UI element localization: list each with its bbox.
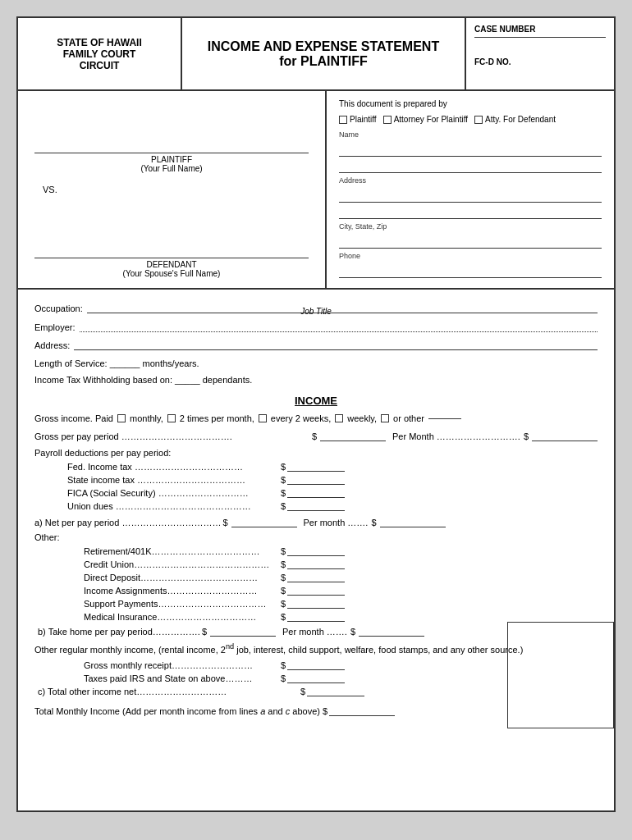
per-month-field-1 <box>532 430 598 441</box>
direct-deposit-field <box>287 572 345 582</box>
state-income-tax-row: State income tax ……………………………… $ <box>67 474 598 485</box>
name-field-label: Name <box>339 130 602 139</box>
per-month-take-label: Per month ……. <box>282 627 347 637</box>
medical-insurance-field <box>287 611 345 622</box>
doc-main-title: INCOME AND EXPENSE STATEMENT <box>208 39 439 54</box>
income-section-title: INCOME <box>34 395 598 407</box>
party-left-column: PLAINTIFF (Your Full Name) VS. DEFENDANT… <box>18 91 327 288</box>
phone-field-line <box>339 265 602 278</box>
dollar-net: $ <box>222 518 227 527</box>
dollar-take-month: $ <box>350 627 355 637</box>
total-monthly-field <box>329 705 395 716</box>
monthly-checkbox <box>117 414 126 422</box>
other-checkbox <box>381 414 389 422</box>
take-home-month-field <box>359 625 424 637</box>
per-month-label-1: Per Month ………………………. <box>392 431 520 441</box>
fed-income-tax-label: Fed. Income tax ……………………………… <box>67 462 281 472</box>
gross-income-check-row: Gross income. Paid monthly, 2 times per … <box>34 413 598 423</box>
occupation-line <box>87 302 598 313</box>
per-month-net-label: Per month ……. <box>304 518 369 527</box>
medical-insurance-label: Medical Insurance…………………………… <box>84 612 281 622</box>
header-doc-title: INCOME AND EXPENSE STATEMENT for PLAINTI… <box>182 18 466 89</box>
checkbox-attorney-plaintiff-box <box>383 116 392 124</box>
payroll-deductions-label: Payroll deductions per pay period: <box>34 448 598 458</box>
net-per-pay-field <box>231 516 297 527</box>
address-field-line2 <box>339 206 602 219</box>
checkbox-plaintiff-box <box>339 116 347 124</box>
plaintiff-name-line <box>34 140 309 153</box>
other-items-block: Retirement/401K……………………………… $ Credit Uni… <box>84 546 598 622</box>
state-income-tax-label: State income tax ……………………………… <box>67 475 281 485</box>
name-field-line <box>339 144 602 157</box>
address-field-label: Address <box>339 176 602 185</box>
support-payments-field <box>287 598 345 609</box>
retirement-field <box>287 546 345 556</box>
doc-sub-title: for PLAINTIFF <box>279 54 368 69</box>
income-assignments-label: Income Assignments………………………… <box>84 586 281 596</box>
2x-month-checkbox <box>167 414 176 422</box>
dollar-take-home: $ <box>202 627 207 637</box>
dependants-blank: _____ <box>175 375 200 385</box>
state-income-tax-field <box>287 474 345 485</box>
checkbox-plaintiff-label: Plaintiff <box>350 115 377 124</box>
union-dues-row: Union dues ……………………………………… $ <box>67 500 598 511</box>
checkbox-atty-defendant-label: Atty. For Defendant <box>485 115 556 124</box>
fed-income-tax-field <box>287 461 345 472</box>
tax-withholding-row: Income Tax Withholding based on: _____ d… <box>34 375 598 385</box>
gross-per-pay-field <box>320 430 386 441</box>
2x-month-label: 2 times per month, <box>180 413 254 423</box>
dollar-retirement: $ <box>281 546 286 556</box>
dependants-label: dependants. <box>203 375 253 385</box>
circuit-title: CIRCUIT <box>80 60 120 71</box>
union-dues-field <box>287 500 345 511</box>
dollar-sign-1: $ <box>312 431 317 441</box>
gross-income-label: Gross income. Paid <box>34 413 113 423</box>
other-label: or other <box>393 413 424 423</box>
header-row: STATE OF HAWAII FAMILY COURT CIRCUIT INC… <box>18 18 614 91</box>
total-other-field <box>307 686 364 696</box>
state-title: STATE OF HAWAII <box>57 37 142 48</box>
checkbox-atty-defendant: Atty. For Defendant <box>474 115 556 124</box>
credit-union-label: Credit Union……………………………………… <box>84 559 281 569</box>
bottom-right-box <box>507 622 614 728</box>
fica-label: FICA (Social Security) ………………………… <box>67 488 281 498</box>
credit-union-field <box>287 559 345 569</box>
fica-row: FICA (Social Security) ………………………… $ <box>67 487 598 498</box>
dollar-income-assign: $ <box>281 586 286 596</box>
employer-label: Employer: <box>34 322 76 332</box>
checkbox-attorney-plaintiff-label: Attorney For Plaintiff <box>394 115 468 124</box>
retirement-label: Retirement/401K……………………………… <box>84 546 281 556</box>
direct-deposit-label: Direct Deposit………………………………… <box>84 573 281 582</box>
gross-monthly-label: Gross monthly receipt……………………… <box>84 660 281 670</box>
case-number-label: CASE NUMBER <box>474 25 606 38</box>
vs-label: VS. <box>43 185 57 194</box>
tax-withholding-label: Income Tax Withholding based on: <box>34 375 172 385</box>
taxes-paid-label: Taxes paid IRS and State on above……… <box>84 673 281 683</box>
direct-deposit-row: Direct Deposit………………………………… $ <box>84 572 598 582</box>
checkbox-atty-defendant-box <box>474 116 483 124</box>
income-assignments-row: Income Assignments………………………… $ <box>84 585 598 596</box>
dollar-fica: $ <box>281 488 286 498</box>
dollar-support: $ <box>281 599 286 609</box>
phone-field-label: Phone <box>339 252 602 260</box>
length-of-service-row: Length of Service: ______ months/years. <box>34 358 598 368</box>
dollar-state: $ <box>281 475 286 485</box>
dollar-direct: $ <box>281 573 286 582</box>
dollar-total-other: $ <box>300 687 305 696</box>
party-section: PLAINTIFF (Your Full Name) VS. DEFENDANT… <box>18 91 614 290</box>
net-per-pay-label: a) Net per pay period …………………………… <box>34 518 221 527</box>
address-line <box>74 339 598 350</box>
income-assignments-field <box>287 585 345 596</box>
dollar-credit: $ <box>281 559 286 569</box>
plaintiff-label: PLAINTIFF (Your Full Name) <box>34 155 309 173</box>
document-page: STATE OF HAWAII FAMILY COURT CIRCUIT INC… <box>16 16 616 812</box>
total-monthly-label: Total Monthly Income (Add per month inco… <box>34 706 327 716</box>
dollar-net-month: $ <box>371 518 376 527</box>
city-state-zip-line <box>339 235 602 249</box>
employer-line <box>80 321 598 332</box>
retirement-row: Retirement/401K……………………………… $ <box>84 546 598 556</box>
dollar-union: $ <box>281 501 286 511</box>
prepared-by-label: This document is prepared by <box>339 99 447 108</box>
court-title: FAMILY COURT <box>63 48 136 60</box>
medical-insurance-row: Medical Insurance…………………………… $ <box>84 611 598 622</box>
